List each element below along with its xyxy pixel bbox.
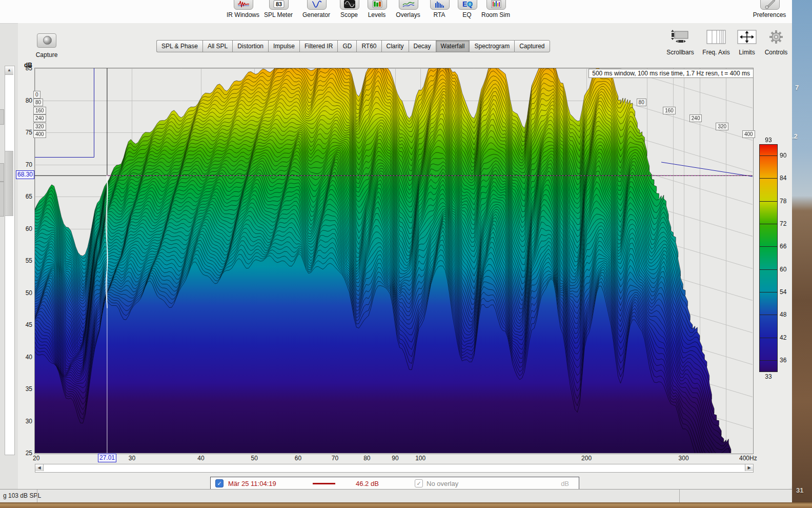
time-slice-label-ms: 240 bbox=[33, 114, 46, 122]
colorbar-tick-label: 48 bbox=[780, 311, 786, 318]
generator-icon bbox=[311, 0, 322, 10]
time-slice-label-ms: 320 bbox=[716, 123, 728, 130]
cursor-frequency-readout: 27.01 bbox=[98, 454, 116, 462]
measurement-value: 46.2 dB bbox=[356, 480, 392, 487]
tool-label: Scrollbars bbox=[660, 49, 701, 56]
background-vertical-scrollbar[interactable]: ▲ bbox=[5, 66, 15, 455]
db-tick-label: 35 bbox=[18, 385, 32, 393]
frequency-tick-label: 400Hz bbox=[739, 455, 757, 462]
colorbar-tick-label: 78 bbox=[780, 198, 786, 205]
measurement-checkbox[interactable]: ✓ bbox=[215, 479, 224, 487]
generator-button[interactable] bbox=[307, 0, 327, 10]
status-divider bbox=[679, 490, 680, 502]
tab-captured[interactable]: Captured bbox=[514, 40, 550, 52]
tab-filtered-ir[interactable]: Filtered IR bbox=[299, 40, 337, 52]
time-slice-label-ms: 160 bbox=[33, 107, 46, 114]
ir-windows-icon bbox=[237, 0, 250, 10]
spl-meter-icon: 83 bbox=[273, 0, 285, 10]
tab-spectrogram[interactable]: Spectrogram bbox=[469, 40, 514, 52]
scroll-up-arrow-icon[interactable]: ▲ bbox=[5, 66, 13, 75]
room-sim-icon bbox=[491, 0, 501, 10]
camera-icon bbox=[37, 33, 56, 48]
spl-meter-button[interactable]: 83 bbox=[269, 0, 289, 10]
db-tick-label: 70 bbox=[18, 161, 32, 168]
scrollbar-thumb[interactable] bbox=[5, 151, 13, 216]
scope-icon bbox=[344, 0, 355, 10]
overlays-icon bbox=[402, 0, 415, 10]
frequency-tick-label: 50 bbox=[251, 455, 258, 462]
tab-clarity[interactable]: Clarity bbox=[381, 40, 409, 52]
colorbar-tick-label: 42 bbox=[780, 334, 786, 341]
frequency-tick-label: 70 bbox=[332, 455, 338, 462]
room-sim-button[interactable] bbox=[486, 0, 506, 10]
cursor-db-readout: 68.30 bbox=[16, 170, 34, 179]
main-toolbar: IR Windows83SPL MeterGeneratorScopeLevel… bbox=[0, 0, 792, 24]
plot-horizontal-scrollbar[interactable]: ◀ ▶ bbox=[35, 464, 754, 473]
capture-label: Capture bbox=[32, 51, 61, 58]
tool-label: Controls bbox=[756, 49, 797, 56]
eq-button[interactable]: EQ bbox=[458, 0, 477, 10]
scroll-right-arrow-icon[interactable]: ▶ bbox=[745, 464, 753, 471]
colorbar-tick-label: 90 bbox=[780, 152, 786, 159]
tab-spl-phase[interactable]: SPL & Phase bbox=[156, 40, 202, 52]
trace-color-sample bbox=[313, 483, 335, 484]
background-window-fragment: .2 bbox=[792, 132, 798, 140]
tab-impulse[interactable]: Impulse bbox=[268, 40, 299, 52]
db-tick-label: 30 bbox=[18, 418, 32, 425]
tab-all-spl[interactable]: All SPL bbox=[202, 40, 232, 52]
db-tick-label: 75 bbox=[18, 129, 32, 136]
graph-tab-bar: SPL & PhaseAll SPLDistortionImpulseFilte… bbox=[156, 40, 550, 52]
legend-bar: ✓ Mär 25 11:04:19 46.2 dB ✓ No overlay d… bbox=[210, 477, 579, 490]
rta-button[interactable] bbox=[430, 0, 450, 10]
ir-windows-button[interactable] bbox=[234, 0, 253, 10]
no-overlay-checkbox[interactable]: ✓ bbox=[415, 479, 423, 487]
tab-distortion[interactable]: Distortion bbox=[232, 40, 268, 52]
time-slice-label-ms: 240 bbox=[689, 114, 702, 122]
waterfall-plot[interactable] bbox=[35, 68, 753, 453]
db-tick-label: 40 bbox=[18, 354, 32, 361]
toolbar-item-label: Preferences bbox=[739, 11, 800, 18]
db-tick-label: 25 bbox=[18, 450, 32, 457]
background-window-tab bbox=[0, 109, 4, 125]
eq-icon: EQ bbox=[461, 0, 474, 10]
graph-toolbar: Capture SPL & PhaseAll SPLDistortionImpu… bbox=[18, 23, 792, 62]
background-window-edge: ▲ bbox=[0, 23, 18, 502]
colorbar-tick-label: 72 bbox=[780, 220, 786, 227]
colorbar-tick-label: 93 bbox=[765, 136, 772, 144]
measurement-name[interactable]: Mär 25 11:04:19 bbox=[228, 480, 300, 487]
db-tick-label: 50 bbox=[18, 289, 32, 297]
background-window-fragment: 31 bbox=[796, 486, 803, 494]
preferences-icon bbox=[764, 0, 776, 11]
levels-button[interactable] bbox=[368, 0, 387, 10]
screen: 7 .2 31 ▲ IR Windows83SPL MeterGenerator… bbox=[0, 0, 812, 508]
toolbar-item-label: Room Sim bbox=[465, 11, 526, 18]
waterfall-chart-panel: dB 85807570656055504540353025 2030405060… bbox=[18, 62, 792, 489]
time-slice-label-ms: 80 bbox=[637, 99, 646, 106]
frequency-tick-label: 80 bbox=[363, 455, 370, 462]
desktop-wallpaper: 7 .2 31 bbox=[792, 0, 812, 502]
tab-rt60[interactable]: RT60 bbox=[356, 40, 381, 52]
tab-gd[interactable]: GD bbox=[337, 40, 356, 52]
background-window-tab bbox=[0, 182, 4, 217]
overlays-button[interactable] bbox=[399, 0, 418, 10]
no-overlay-label: No overlay bbox=[427, 480, 458, 487]
rta-icon bbox=[435, 0, 445, 10]
frequency-tick-label: 90 bbox=[392, 455, 398, 462]
scope-button[interactable] bbox=[340, 0, 359, 10]
controls-button[interactable]: Controls bbox=[756, 29, 797, 56]
scroll-left-arrow-icon[interactable]: ◀ bbox=[35, 464, 44, 471]
time-slice-label-ms: 400 bbox=[742, 130, 755, 138]
colorbar-tick-label: 60 bbox=[780, 266, 786, 273]
db-tick-label: 45 bbox=[18, 321, 32, 328]
tab-decay[interactable]: Decay bbox=[409, 40, 436, 52]
capture-button[interactable]: Capture bbox=[32, 33, 61, 61]
scrollbars-button[interactable]: Scrollbars bbox=[660, 29, 701, 56]
preferences-button[interactable] bbox=[760, 0, 780, 10]
svg-text:83: 83 bbox=[276, 1, 282, 7]
colorbar-tick-label: 84 bbox=[780, 174, 786, 182]
frequency-tick-label: 200 bbox=[581, 455, 592, 462]
tab-waterfall[interactable]: Waterfall bbox=[436, 40, 470, 52]
frequency-tick-label: 30 bbox=[129, 455, 135, 462]
unit-label: dB bbox=[561, 480, 569, 487]
frequency-tick-label: 40 bbox=[197, 455, 204, 462]
